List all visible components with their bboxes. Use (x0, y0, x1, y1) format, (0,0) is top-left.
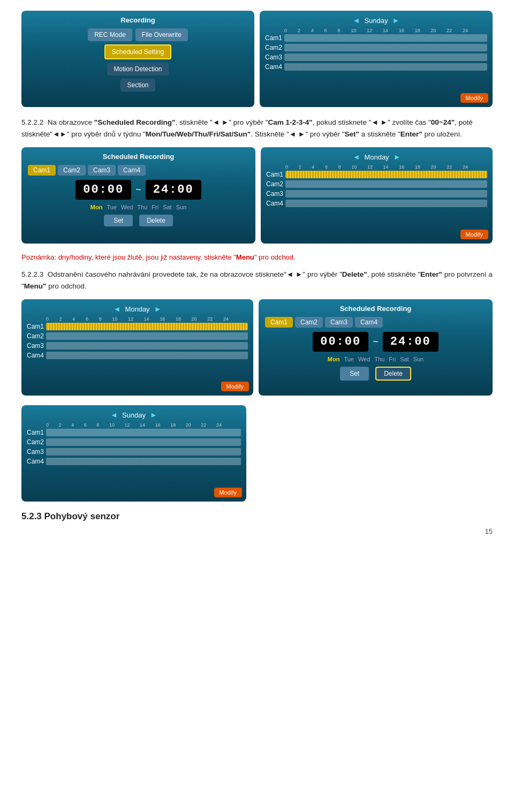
day-sat-button-2[interactable]: Sat (400, 356, 409, 362)
sunday-header-2: ◄ Sunday ► (27, 411, 241, 419)
delete-button[interactable]: Delete (139, 215, 173, 226)
monday-modify-button-2[interactable]: Modify (221, 382, 249, 391)
scheduled-setting-row: Scheduled Setting (27, 44, 249, 59)
monday-header-1: ◄ Monday ► (266, 153, 487, 161)
sunday-time-ruler-2: 024681012141618202224 (27, 422, 241, 429)
note-text: Poznámka: dny/hodiny, které jsou žlutě, … (21, 253, 493, 261)
text-00-24: 00~24" (431, 118, 455, 126)
text-delete: Delete" (342, 270, 367, 278)
monday-cam3-label-1: Cam3 (266, 190, 283, 198)
time-end-box-2[interactable]: 24:00 (383, 332, 439, 352)
sunday2-cam3-row: Cam3 (27, 448, 241, 456)
bottom-panels-row-2: ◄ Sunday ► 024681012141618202224 Cam1 Ca… (21, 405, 493, 502)
scheduled-setting-button[interactable]: Scheduled Setting (104, 44, 171, 59)
section-523-number: 5.2.2.3 (21, 270, 43, 278)
day-sun-button[interactable]: Sun (176, 204, 187, 210)
day-mon-button[interactable]: Mon (90, 204, 103, 210)
scheduled-recording-panel: Scheduled Recording Cam1 Cam2 Cam3 Cam4 … (21, 147, 255, 244)
sunday2-modify-button[interactable]: Modify (214, 488, 242, 497)
monday-cam2-row-1: Cam2 (266, 180, 487, 188)
text-days: Mon/Tue/Web/Thu/Fri/Sat/Sun" (146, 130, 251, 138)
day-sun-button-2[interactable]: Sun (413, 356, 424, 362)
sunday-label-2: Sunday (122, 411, 146, 419)
text-enter-2: Enter" (420, 270, 442, 278)
set-button[interactable]: Set (104, 215, 133, 226)
cam1-tab-2[interactable]: Cam1 (265, 317, 293, 328)
monday-cam3-label-2: Cam3 (27, 342, 44, 350)
sunday2-cam2-row: Cam2 (27, 438, 241, 446)
cam2-tab[interactable]: Cam2 (58, 165, 86, 176)
time-start-box[interactable]: 00:00 (75, 180, 131, 200)
sunday-cam3-row: Cam3 (265, 54, 487, 61)
top-panels-row: Recording REC Mode File Overwrite Schedu… (21, 11, 493, 107)
text-cam-1234: Cam 1-2-3-4" (268, 118, 313, 126)
sunday-time-ruler: 024681012141618202224 (265, 28, 487, 34)
monday-cam1-row-1: Cam1 (266, 171, 487, 178)
sunday-cam2-bar (284, 44, 487, 51)
sunday-next-arrow-2[interactable]: ► (150, 411, 157, 419)
cam4-tab-2[interactable]: Cam4 (355, 317, 383, 328)
arrow-cam-select: ◄ ► (213, 118, 229, 126)
monday-modify-button-1[interactable]: Modify (460, 230, 488, 239)
sunday-prev-arrow-2[interactable]: ◄ (110, 411, 118, 419)
monday-prev-arrow-1[interactable]: ◄ (353, 153, 360, 161)
day-tue-button[interactable]: Tue (107, 204, 117, 210)
sunday-cam1-bar (284, 34, 487, 42)
day-wed-button-2[interactable]: Wed (358, 356, 370, 362)
sunday-cam4-bar (284, 63, 487, 71)
sunday-modify-button[interactable]: Modify (460, 93, 488, 103)
rec-mode-button[interactable]: REC Mode (88, 28, 132, 41)
sunday-cam1-label: Cam1 (265, 34, 282, 42)
monday-next-arrow-1[interactable]: ► (394, 153, 401, 161)
day-wed-button[interactable]: Wed (121, 204, 133, 210)
cam1-tab[interactable]: Cam1 (28, 165, 56, 176)
scheduled-recording-panel-2: Scheduled Recording Cam1 Cam2 Cam3 Cam4 … (259, 299, 493, 396)
sunday2-cam1-label: Cam1 (27, 429, 44, 436)
monday-cam4-label-2: Cam4 (27, 352, 44, 359)
sunday2-cam4-label: Cam4 (27, 458, 44, 465)
arrow-time: ◄ ► (371, 118, 387, 126)
arrow-day: ◄► (52, 130, 67, 138)
day-thu-button[interactable]: Thu (137, 204, 147, 210)
monday-cam3-row-1: Cam3 (266, 190, 487, 198)
day-fri-button[interactable]: Fri (152, 204, 158, 210)
day-thu-button-2[interactable]: Thu (374, 356, 384, 362)
sunday-header: ◄ Sunday ► (265, 16, 487, 25)
delete-button-2[interactable]: Delete (375, 367, 411, 381)
monday-cam1-bar-2 (46, 323, 248, 330)
sunday2-cam3-label: Cam3 (27, 448, 44, 456)
time-start-box-2[interactable]: 00:00 (313, 332, 368, 352)
recording-title: Recording (27, 16, 249, 24)
monday-cam2-row-2: Cam2 (27, 332, 248, 340)
day-fri-button-2[interactable]: Fri (389, 356, 396, 362)
section-button[interactable]: Section (120, 79, 155, 92)
action-buttons-row: Set Delete (28, 215, 249, 226)
day-sat-button[interactable]: Sat (163, 204, 172, 210)
cam4-tab[interactable]: Cam4 (118, 165, 146, 176)
cam3-tab[interactable]: Cam3 (88, 165, 116, 176)
day-tue-button-2[interactable]: Tue (344, 356, 354, 362)
file-overwrite-button[interactable]: File Overwrite (135, 28, 188, 41)
action-buttons-row-2: Set Delete (265, 367, 486, 381)
cam2-tab-2[interactable]: Cam2 (295, 317, 323, 328)
sunday-next-arrow[interactable]: ► (392, 16, 400, 25)
sunday-prev-arrow[interactable]: ◄ (353, 16, 360, 25)
monday-cam4-bar-2 (46, 352, 248, 359)
monday-cam2-label-1: Cam2 (266, 180, 283, 188)
motion-detection-row: Motion Detection (27, 63, 249, 75)
motion-detection-button[interactable]: Motion Detection (107, 63, 168, 75)
time-display-2: 00:00 ~ 24:00 (265, 332, 486, 352)
section-523-text: 5.2.2.3 Odstranění časového nahrávání pr… (21, 269, 493, 292)
cam3-tab-2[interactable]: Cam3 (325, 317, 353, 328)
monday-prev-arrow-2[interactable]: ◄ (114, 305, 121, 313)
monday-next-arrow-2[interactable]: ► (154, 305, 162, 313)
set-button-2[interactable]: Set (340, 367, 369, 381)
sunday2-cam3-bar (46, 448, 241, 456)
tilde-separator: ~ (135, 184, 141, 195)
time-display: 00:00 ~ 24:00 (28, 180, 249, 200)
day-mon-button-2[interactable]: Mon (328, 356, 340, 362)
sunday-cam2-label: Cam2 (265, 44, 282, 51)
time-end-box[interactable]: 24:00 (146, 180, 201, 200)
sunday-cam4-label: Cam4 (265, 63, 282, 71)
monday-cam1-label-2: Cam1 (27, 323, 44, 330)
